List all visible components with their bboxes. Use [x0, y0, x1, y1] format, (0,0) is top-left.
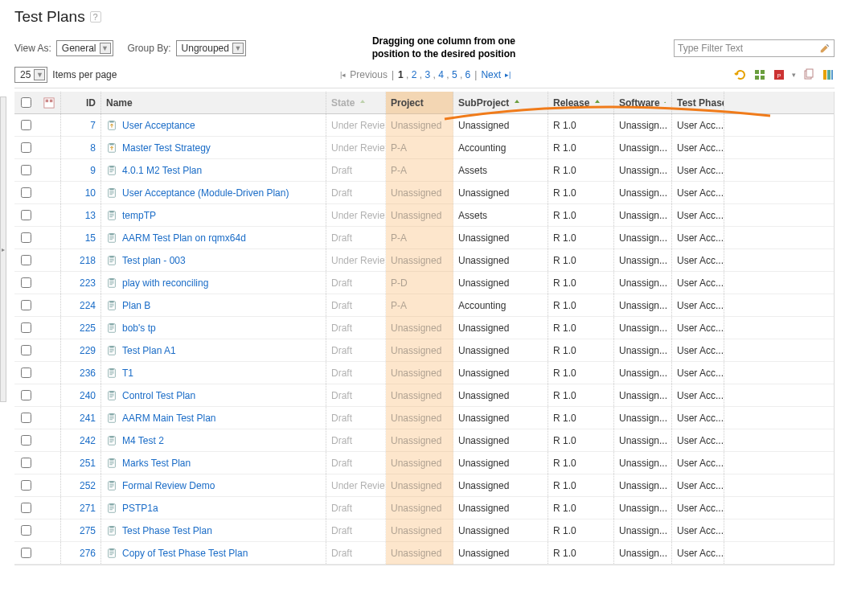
row-checkbox[interactable]: [21, 120, 31, 130]
row-name-link[interactable]: Control Test Plan: [122, 390, 195, 401]
row-name-link[interactable]: Test plan - 003: [122, 255, 186, 266]
clipboard-icon: [106, 390, 117, 401]
row-id-link[interactable]: 10: [85, 187, 96, 199]
row-name-link[interactable]: Master Test Strategy: [122, 142, 211, 154]
row-id-link[interactable]: 224: [80, 300, 96, 311]
row-id-link[interactable]: 275: [80, 525, 96, 536]
column-header-release[interactable]: Release: [548, 92, 614, 113]
column-header-testphase[interactable]: Test Phase: [672, 92, 724, 113]
row-id-link[interactable]: 225: [80, 322, 96, 334]
row-subproject: Unassigned: [453, 429, 548, 451]
row-name-link[interactable]: play with reconciling: [122, 277, 208, 289]
row-id-link[interactable]: 229: [80, 345, 96, 356]
row-checkbox[interactable]: [21, 142, 31, 153]
row-name-link[interactable]: User Acceptance (Module-Driven Plan): [122, 187, 289, 199]
page-link-4[interactable]: 4: [438, 69, 444, 80]
row-name-link[interactable]: Plan B: [122, 300, 150, 311]
filter-input[interactable]: Type Filter Text: [674, 39, 835, 57]
row-id-link[interactable]: 8: [90, 142, 96, 154]
group-by-dropdown[interactable]: Ungrouped ▼: [176, 40, 246, 56]
clipboard-icon: [106, 232, 117, 244]
row-checkbox[interactable]: [21, 255, 31, 265]
row-checkbox[interactable]: [21, 480, 31, 491]
row-checkbox[interactable]: [21, 345, 31, 355]
row-name-link[interactable]: tempTP: [122, 210, 156, 221]
svg-rect-47: [109, 481, 113, 483]
row-name-link[interactable]: Formal Review Demo: [122, 480, 215, 491]
row-id-link[interactable]: 236: [80, 368, 96, 379]
next-link[interactable]: Next: [481, 69, 501, 80]
row-name-link[interactable]: User Acceptance: [122, 120, 195, 131]
column-header-project[interactable]: Project: [386, 92, 453, 113]
row-checkbox[interactable]: [21, 187, 31, 198]
column-header-id[interactable]: ID: [61, 92, 101, 113]
row-release: R 1.0: [548, 452, 614, 474]
clipboard-icon: [106, 458, 117, 469]
row-checkbox[interactable]: [21, 525, 31, 536]
collapse-handle[interactable]: ▸: [0, 97, 6, 402]
export-dropdown-icon[interactable]: ▾: [792, 71, 796, 79]
row-name-link[interactable]: Copy of Test Phase Test Plan: [122, 548, 248, 559]
column-header-subproject[interactable]: SubProject: [453, 92, 548, 113]
row-id-link[interactable]: 276: [80, 548, 96, 559]
page-link-6[interactable]: 6: [466, 69, 471, 80]
configure-columns-icon[interactable]: [43, 97, 55, 109]
row-checkbox[interactable]: [21, 277, 31, 288]
row-checkbox[interactable]: [21, 548, 31, 558]
row-subproject: Unassigned: [453, 182, 548, 203]
row-name-link[interactable]: PSTP1a: [122, 503, 158, 514]
column-header-name[interactable]: Name: [101, 92, 326, 113]
row-checkbox[interactable]: [21, 413, 31, 423]
refresh-icon[interactable]: [734, 68, 747, 81]
row-name-link[interactable]: 4.0.1 M2 Test Plan: [122, 165, 202, 176]
row-name-link[interactable]: bob's tp: [122, 322, 156, 334]
copy-icon[interactable]: [802, 68, 815, 81]
prev-link[interactable]: Previous: [350, 69, 388, 80]
row-name-link[interactable]: Test Plan A1: [122, 345, 176, 356]
row-id-link[interactable]: 9: [90, 165, 96, 176]
row-id-link[interactable]: 242: [80, 435, 96, 446]
pdf-icon[interactable]: P: [773, 68, 785, 81]
last-page-icon[interactable]: ▸|: [505, 71, 511, 79]
row-state: Draft: [326, 182, 386, 203]
page-link-5[interactable]: 5: [452, 69, 457, 80]
row-name-link[interactable]: T1: [122, 368, 133, 379]
row-checkbox[interactable]: [21, 322, 31, 333]
row-name-link[interactable]: Marks Test Plan: [122, 458, 191, 469]
column-header-state[interactable]: State: [326, 92, 386, 113]
column-header-software[interactable]: Software: [614, 92, 672, 113]
select-all-checkbox[interactable]: [21, 97, 31, 108]
row-release: R 1.0: [548, 542, 614, 564]
items-per-page-dropdown[interactable]: 25 ▼: [14, 67, 47, 83]
row-id-link[interactable]: 252: [80, 480, 96, 491]
row-checkbox[interactable]: [21, 210, 31, 220]
row-checkbox[interactable]: [21, 368, 31, 378]
row-name-link[interactable]: AARM Main Test Plan: [122, 413, 216, 424]
row-id-link[interactable]: 218: [80, 255, 96, 266]
view-as-dropdown[interactable]: General ▼: [56, 40, 113, 56]
row-software: Unassign...: [614, 339, 672, 361]
row-id-link[interactable]: 223: [80, 277, 96, 289]
row-checkbox[interactable]: [21, 232, 31, 243]
row-name-link[interactable]: Test Phase Test Plan: [122, 525, 212, 536]
row-id-link[interactable]: 251: [80, 458, 96, 469]
row-name-link[interactable]: AARM Test Plan on rqmx64d: [122, 232, 246, 244]
row-checkbox[interactable]: [21, 390, 31, 400]
row-checkbox[interactable]: [21, 458, 31, 468]
help-icon[interactable]: ?: [90, 11, 101, 23]
first-page-icon[interactable]: |◂: [340, 71, 346, 79]
columns-icon[interactable]: [822, 68, 835, 81]
row-id-link[interactable]: 240: [80, 390, 96, 401]
row-id-link[interactable]: 271: [80, 503, 96, 514]
row-checkbox[interactable]: [21, 300, 31, 310]
row-checkbox[interactable]: [21, 165, 31, 175]
row-id-link[interactable]: 13: [85, 210, 96, 221]
grid-icon[interactable]: [753, 68, 766, 81]
row-id-link[interactable]: 7: [90, 120, 96, 131]
row-checkbox[interactable]: [21, 435, 31, 446]
row-name-link[interactable]: M4 Test 2: [122, 435, 164, 446]
row-id-link[interactable]: 241: [80, 413, 96, 424]
row-checkbox[interactable]: [21, 503, 31, 513]
row-id-link[interactable]: 15: [85, 232, 96, 244]
page-link-1[interactable]: 1: [398, 69, 404, 80]
